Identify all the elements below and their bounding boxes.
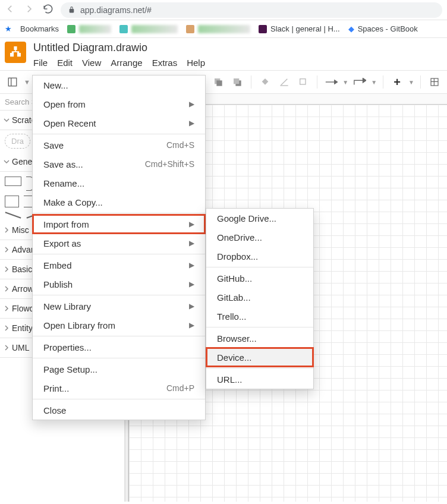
file-menu-embed[interactable]: Embed▶ bbox=[33, 256, 205, 275]
shadow-button[interactable] bbox=[295, 74, 311, 90]
line-color-button[interactable] bbox=[276, 74, 292, 90]
file-menu-page-setup-[interactable]: Page Setup... bbox=[33, 360, 205, 379]
file-menu-save[interactable]: SaveCmd+S bbox=[33, 136, 205, 155]
file-menu-rename-[interactable]: Rename... bbox=[33, 174, 205, 193]
svg-rect-7 bbox=[431, 78, 438, 86]
shape-rect[interactable] bbox=[5, 177, 21, 186]
document-title[interactable]: Untitled Diagram.drawio bbox=[33, 42, 205, 54]
import-submenu-device-[interactable]: Device... bbox=[206, 348, 313, 367]
file-menu-properties-[interactable]: Properties... bbox=[33, 338, 205, 357]
import-submenu-url-[interactable]: URL... bbox=[206, 370, 313, 389]
shape-table[interactable] bbox=[5, 196, 19, 207]
forward-button[interactable] bbox=[24, 4, 34, 17]
import-submenu-onedrive-[interactable]: OneDrive... bbox=[206, 228, 313, 247]
view-mode-button[interactable] bbox=[5, 74, 20, 90]
file-menu-import-from[interactable]: Import from▶ bbox=[33, 215, 205, 234]
file-menu-new-[interactable]: New... bbox=[33, 75, 205, 94]
file-menu-close[interactable]: Close bbox=[33, 401, 205, 420]
svg-rect-6 bbox=[300, 79, 306, 84]
to-front-button[interactable] bbox=[210, 74, 226, 90]
file-menu-dropdown: New...Open from▶Open Recent▶SaveCmd+SSav… bbox=[32, 75, 206, 420]
import-from-submenu: Google Drive...OneDrive...Dropbox...GitH… bbox=[206, 208, 314, 389]
address-bar[interactable]: app.diagrams.net/# bbox=[61, 2, 442, 18]
browser-nav-bar: app.diagrams.net/# bbox=[0, 0, 447, 20]
bookmark-spaces[interactable]: ◆Spaces - GitBook bbox=[348, 24, 418, 33]
bookmarks-label[interactable]: Bookmarks bbox=[20, 24, 59, 33]
menu-extras[interactable]: Extras bbox=[152, 58, 178, 68]
menu-file[interactable]: File bbox=[33, 58, 48, 68]
file-menu-open-recent[interactable]: Open Recent▶ bbox=[33, 114, 205, 133]
dropdown-caret-icon: ▼ bbox=[371, 79, 377, 86]
bookmark-blurred-1[interactable] bbox=[67, 25, 111, 33]
import-submenu-browser-[interactable]: Browser... bbox=[206, 329, 313, 348]
bookmarks-star-icon[interactable]: ★ bbox=[5, 24, 12, 33]
to-back-button[interactable] bbox=[229, 74, 245, 90]
menu-help[interactable]: Help bbox=[187, 58, 205, 68]
import-submenu-gitlab-[interactable]: GitLab... bbox=[206, 288, 313, 307]
svg-rect-0 bbox=[8, 78, 17, 86]
dropdown-caret-icon: ▼ bbox=[342, 79, 348, 86]
insert-button[interactable]: + bbox=[389, 74, 405, 90]
shape-line[interactable] bbox=[5, 212, 21, 218]
drag-hint: Dra bbox=[5, 134, 30, 149]
file-menu-open-from[interactable]: Open from▶ bbox=[33, 94, 205, 114]
menubar: File Edit View Arrange Extras Help bbox=[33, 54, 205, 68]
waypoint-button[interactable] bbox=[352, 74, 367, 90]
bookmarks-bar: ★ Bookmarks Slack | general | H... ◆Spac… bbox=[0, 20, 447, 38]
file-menu-new-library[interactable]: New Library▶ bbox=[33, 297, 205, 316]
bookmark-blurred-3[interactable] bbox=[186, 25, 250, 33]
import-submenu-dropbox-[interactable]: Dropbox... bbox=[206, 247, 313, 266]
file-menu-export-as[interactable]: Export as▶ bbox=[33, 234, 205, 253]
fill-color-button[interactable] bbox=[257, 74, 273, 90]
bookmark-blurred-2[interactable] bbox=[119, 25, 178, 33]
url-text: app.diagrams.net/# bbox=[80, 5, 152, 15]
bookmark-slack[interactable]: Slack | general | H... bbox=[259, 24, 340, 33]
svg-rect-5 bbox=[281, 85, 288, 86]
file-menu-save-as-[interactable]: Save as...Cmd+Shift+S bbox=[33, 155, 205, 174]
table-button[interactable] bbox=[427, 74, 442, 90]
app-header: Untitled Diagram.drawio File Edit View A… bbox=[0, 38, 447, 68]
file-menu-publish[interactable]: Publish▶ bbox=[33, 275, 205, 294]
file-menu-print-[interactable]: Print...Cmd+P bbox=[33, 379, 205, 398]
app-logo[interactable] bbox=[5, 42, 26, 63]
import-submenu-trello-[interactable]: Trello... bbox=[206, 307, 313, 326]
file-menu-open-library-from[interactable]: Open Library from▶ bbox=[33, 316, 205, 335]
file-menu-make-a-copy-[interactable]: Make a Copy... bbox=[33, 193, 205, 212]
connection-button[interactable] bbox=[323, 74, 339, 90]
lock-icon bbox=[68, 6, 75, 14]
dropdown-caret-icon: ▼ bbox=[408, 79, 414, 86]
import-submenu-google-drive-[interactable]: Google Drive... bbox=[206, 209, 313, 228]
import-submenu-github-[interactable]: GitHub... bbox=[206, 269, 313, 288]
reload-button[interactable] bbox=[43, 4, 53, 17]
svg-rect-2 bbox=[217, 80, 222, 86]
menu-view[interactable]: View bbox=[82, 58, 101, 68]
svg-rect-4 bbox=[234, 78, 239, 84]
dropdown-caret-icon: ▼ bbox=[24, 78, 30, 86]
menu-arrange[interactable]: Arrange bbox=[111, 58, 142, 68]
menu-edit[interactable]: Edit bbox=[57, 58, 73, 68]
back-button[interactable] bbox=[5, 4, 15, 17]
